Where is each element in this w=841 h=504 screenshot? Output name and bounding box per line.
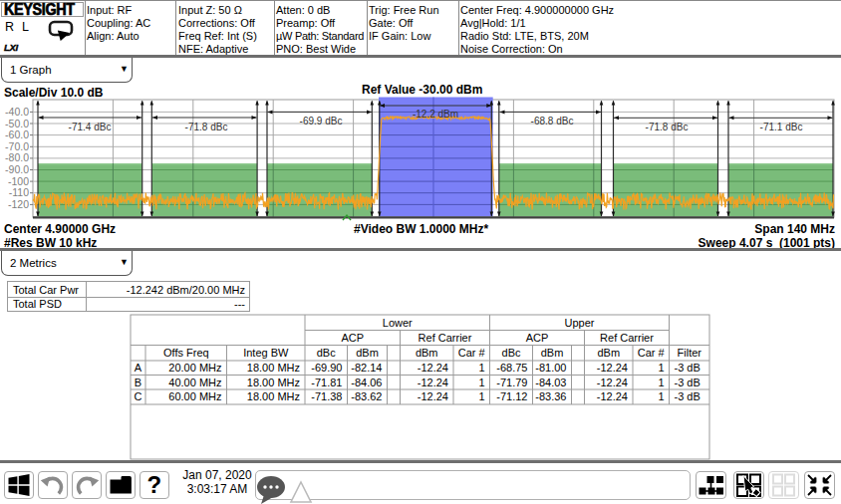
svg-text:1: 1: [658, 362, 664, 374]
svg-text:Lower: Lower: [383, 317, 413, 329]
svg-text:-83.62: -83.62: [351, 390, 382, 402]
svg-text:-3 dB: -3 dB: [675, 377, 701, 388]
svg-text:Car #: Car #: [458, 347, 486, 359]
svg-text:40.00 MHz: 40.00 MHz: [168, 377, 221, 388]
svg-text:1: 1: [658, 377, 664, 388]
svg-text:-81.00: -81.00: [535, 362, 566, 374]
svg-text:Filter: Filter: [678, 347, 702, 359]
svg-text:Ref Carrier: Ref Carrier: [600, 332, 654, 344]
svg-text:dBm: dBm: [541, 347, 564, 359]
svg-text:C: C: [135, 390, 142, 402]
svg-text:Car #: Car #: [638, 347, 666, 359]
svg-text:dBm: dBm: [597, 347, 620, 359]
svg-text:dBc: dBc: [317, 347, 336, 359]
svg-text:A: A: [135, 362, 142, 374]
svg-text:-69.90: -69.90: [311, 362, 342, 374]
svg-text:18.00 MHz: 18.00 MHz: [247, 362, 300, 374]
svg-text:ACP: ACP: [526, 332, 549, 344]
svg-text:20.00 MHz: 20.00 MHz: [168, 362, 221, 374]
svg-text:-71.38: -71.38: [311, 390, 342, 402]
svg-text:-12.24: -12.24: [418, 390, 448, 402]
svg-text:18.00 MHz: 18.00 MHz: [247, 377, 300, 388]
svg-text:-84.06: -84.06: [351, 377, 382, 388]
svg-text:Upper: Upper: [565, 317, 595, 329]
svg-text:-12.24: -12.24: [418, 362, 448, 374]
svg-text:1: 1: [478, 390, 484, 402]
svg-text:ACP: ACP: [341, 332, 364, 344]
svg-text:18.00 MHz: 18.00 MHz: [247, 390, 300, 402]
svg-text:-3 dB: -3 dB: [675, 390, 701, 402]
svg-text:dBc: dBc: [502, 347, 521, 359]
svg-text:60.00 MHz: 60.00 MHz: [168, 390, 221, 402]
svg-text:-83.36: -83.36: [535, 390, 566, 402]
svg-text:B: B: [135, 377, 141, 388]
svg-text:-68.75: -68.75: [496, 362, 527, 374]
svg-text:-71.12: -71.12: [496, 390, 527, 402]
svg-text:1: 1: [478, 362, 484, 374]
svg-text:Integ BW: Integ BW: [243, 347, 289, 359]
svg-text:-82.14: -82.14: [351, 362, 382, 374]
svg-text:-12.24: -12.24: [418, 377, 448, 388]
svg-text:Offs Freq: Offs Freq: [163, 347, 209, 359]
svg-text:1: 1: [478, 377, 484, 388]
svg-text:-12.24: -12.24: [597, 377, 628, 388]
svg-text:-12.24: -12.24: [597, 390, 628, 402]
svg-text:-3 dB: -3 dB: [675, 362, 701, 374]
svg-text:dBm: dBm: [416, 347, 438, 359]
svg-text:-71.81: -71.81: [311, 377, 342, 388]
svg-text:-84.03: -84.03: [535, 377, 566, 388]
svg-text:-12.24: -12.24: [597, 362, 628, 374]
svg-text:dBm: dBm: [356, 347, 379, 359]
svg-text:-71.79: -71.79: [496, 377, 527, 388]
svg-text:1: 1: [658, 390, 664, 402]
svg-text:Ref Carrier: Ref Carrier: [419, 332, 472, 344]
